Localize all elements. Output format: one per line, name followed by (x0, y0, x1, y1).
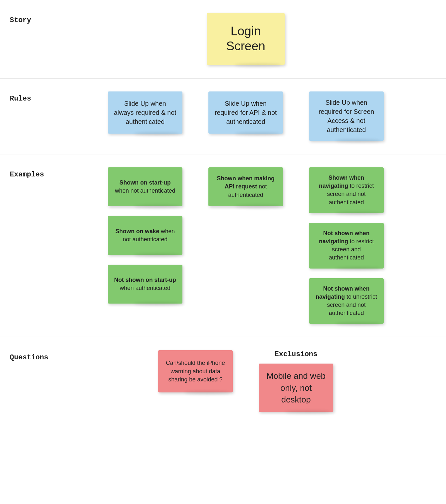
story-label: Story (10, 13, 55, 24)
rule-note-1: Slide Up when always required & not auth… (108, 91, 182, 134)
questions-grid: Can/should the iPhone warning about data… (55, 350, 436, 412)
question-note: Can/should the iPhone warning about data… (158, 350, 233, 392)
examples-grid: Shown on start-up when not authenticated… (55, 167, 436, 324)
story-content: Login Screen (55, 13, 436, 65)
story-note: Login Screen (207, 13, 285, 65)
example-note-1-2: Shown on wake when not authenticated (108, 216, 182, 255)
exclusions-block: Exclusions Mobile and web only, not desk… (259, 350, 333, 412)
example-note-1-1-rest: when not authenticated (115, 187, 175, 194)
question-note-text: Can/should the iPhone warning about data… (164, 359, 227, 384)
rule-note-1-text: Slide Up when always required & not auth… (114, 99, 177, 126)
example-note-3-1: Shown when navigating to restrict screen… (309, 167, 384, 213)
exclusions-label: Exclusions (275, 350, 317, 358)
rule-note-3: Slide Up when required for Screen Access… (309, 91, 384, 141)
questions-section: Questions Can/should the iPhone warning … (0, 337, 446, 425)
example-note-1-3-rest: when authenticated (120, 285, 170, 291)
exclusions-note: Mobile and web only, not desktop (259, 364, 333, 412)
examples-col-2: Shown when making API request not authen… (208, 167, 283, 206)
examples-label: Examples (10, 167, 55, 179)
example-note-1-3-bold: Not shown on start-up (114, 277, 176, 283)
rule-note-3-text: Slide Up when required for Screen Access… (315, 98, 378, 134)
example-note-1-3: Not shown on start-up when authenticated (108, 265, 182, 304)
rules-section: Rules Slide Up when always required & no… (0, 78, 446, 154)
questions-label: Questions (10, 350, 55, 362)
rule-note-2-text: Slide Up when required for API & not aut… (214, 99, 277, 126)
example-note-3-2: Not shown when navigating to restrict sc… (309, 223, 384, 269)
examples-section: Examples Shown on start-up when not auth… (0, 154, 446, 337)
examples-col-1: Shown on start-up when not authenticated… (108, 167, 182, 304)
exclusions-note-text: Mobile and web only, not desktop (265, 370, 328, 405)
example-note-2-1: Shown when making API request not authen… (208, 167, 283, 206)
example-note-1-1-bold: Shown on start-up (119, 179, 171, 186)
example-note-3-3: Not shown when navigating to unrestrict … (309, 278, 384, 324)
story-note-text: Login Screen (226, 24, 265, 54)
story-section: Story Login Screen (0, 0, 446, 78)
example-note-1-1: Shown on start-up when not authenticated (108, 167, 182, 206)
rules-grid: Slide Up when always required & not auth… (55, 91, 436, 141)
examples-col-3: Shown when navigating to restrict screen… (309, 167, 384, 324)
rule-note-2: Slide Up when required for API & not aut… (208, 91, 283, 134)
example-note-1-2-bold: Shown on wake (115, 228, 159, 234)
rules-label: Rules (10, 91, 55, 103)
